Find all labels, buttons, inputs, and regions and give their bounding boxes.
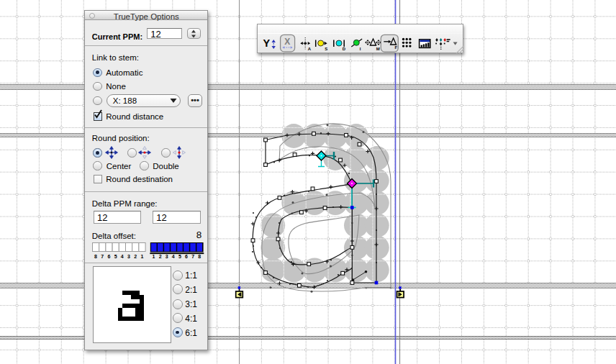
svg-text:7: 7 (101, 254, 104, 259)
svg-text:8: 8 (198, 254, 201, 259)
svg-text:7: 7 (191, 254, 194, 259)
svg-text:2: 2 (134, 254, 137, 259)
svg-text:5: 5 (178, 254, 181, 259)
svg-text:3: 3 (127, 254, 130, 259)
svg-text:I: I (360, 47, 361, 51)
svg-text:8: 8 (94, 254, 97, 259)
svg-text:4: 4 (172, 254, 175, 259)
svg-text:5: 5 (114, 254, 117, 259)
svg-text:F: F (395, 45, 398, 50)
svg-text:D: D (343, 47, 346, 51)
svg-text:3: 3 (166, 254, 168, 259)
svg-text:X: X (284, 37, 290, 47)
svg-text:6: 6 (107, 254, 110, 259)
svg-text:S: S (325, 47, 327, 51)
svg-text:4: 4 (121, 254, 124, 259)
svg-text:2: 2 (158, 254, 161, 259)
svg-text:1: 1 (152, 254, 155, 259)
svg-text:A: A (308, 47, 312, 51)
svg-text:6: 6 (185, 254, 188, 259)
svg-text:1: 1 (140, 254, 143, 259)
svg-text:M: M (376, 47, 380, 51)
svg-text:Y: Y (263, 37, 271, 49)
